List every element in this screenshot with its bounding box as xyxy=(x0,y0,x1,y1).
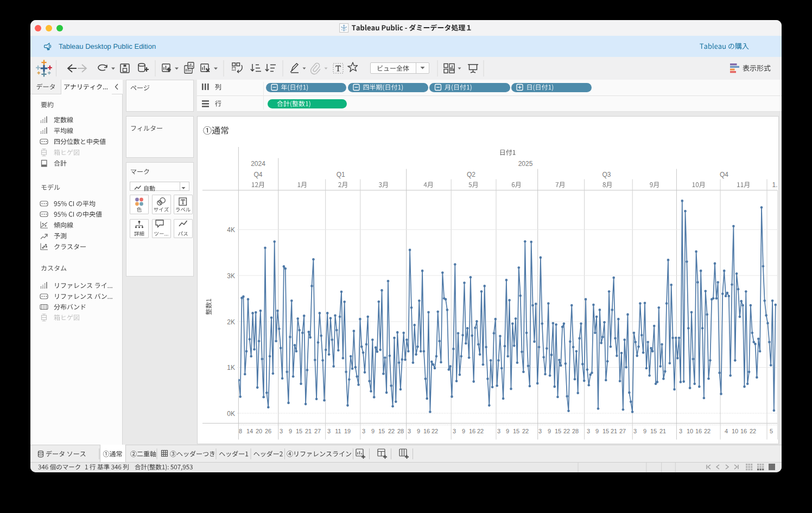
svg-text:2025: 2025 xyxy=(518,160,533,168)
svg-text:0K: 0K xyxy=(227,410,235,418)
svg-text:3K: 3K xyxy=(227,272,235,280)
svg-text:27: 27 xyxy=(314,428,321,434)
svg-text:9: 9 xyxy=(371,428,375,434)
svg-text:10: 10 xyxy=(687,428,693,434)
svg-text:28: 28 xyxy=(397,428,404,434)
svg-text:15: 15 xyxy=(513,428,519,434)
svg-text:Q4: Q4 xyxy=(253,171,262,178)
svg-text:4: 4 xyxy=(725,428,728,434)
svg-text:4K: 4K xyxy=(227,226,235,234)
svg-text:3: 3 xyxy=(408,428,411,434)
svg-text:14: 14 xyxy=(246,428,253,434)
svg-text:3: 3 xyxy=(538,428,542,434)
svg-text:Q4: Q4 xyxy=(720,171,728,178)
svg-text:21: 21 xyxy=(305,428,312,434)
svg-text:3: 3 xyxy=(362,428,365,434)
svg-text:Q2: Q2 xyxy=(467,171,475,178)
svg-text:Tableau Desktop Public Edition: Tableau Desktop Public Edition xyxy=(59,42,156,50)
svg-text:22: 22 xyxy=(522,428,529,434)
svg-text:5: 5 xyxy=(770,428,773,434)
svg-text:15: 15 xyxy=(602,428,609,434)
svg-text:Q1: Q1 xyxy=(337,171,345,178)
svg-text:2K: 2K xyxy=(227,318,235,326)
svg-text:15: 15 xyxy=(296,428,302,434)
svg-text:1.: 1. xyxy=(772,181,778,189)
svg-text:21: 21 xyxy=(659,428,666,434)
svg-text:9: 9 xyxy=(643,428,646,434)
svg-text:11: 11 xyxy=(335,428,341,434)
svg-text:3: 3 xyxy=(633,428,637,434)
svg-text:3: 3 xyxy=(327,428,331,434)
svg-text:3: 3 xyxy=(587,428,590,434)
svg-text:22: 22 xyxy=(750,428,756,434)
svg-text:2024: 2024 xyxy=(251,160,265,168)
svg-text:9: 9 xyxy=(289,428,292,434)
svg-text:15: 15 xyxy=(555,428,561,434)
svg-text:26: 26 xyxy=(265,428,271,434)
svg-text:9: 9 xyxy=(506,428,509,434)
svg-text:9: 9 xyxy=(417,428,420,434)
svg-text:27: 27 xyxy=(619,428,626,434)
svg-text:22: 22 xyxy=(563,428,570,434)
svg-text:3: 3 xyxy=(679,428,682,434)
svg-text:15: 15 xyxy=(378,428,385,434)
svg-text:3: 3 xyxy=(453,428,456,434)
svg-text:8: 8 xyxy=(239,428,242,434)
svg-text:9: 9 xyxy=(462,428,465,434)
svg-text:22: 22 xyxy=(704,428,710,434)
svg-text:3: 3 xyxy=(280,428,283,434)
svg-text:19: 19 xyxy=(344,428,351,434)
svg-text:1K: 1K xyxy=(227,364,235,371)
svg-text:22: 22 xyxy=(388,428,395,434)
svg-text:21: 21 xyxy=(611,428,617,434)
svg-text:20: 20 xyxy=(256,428,262,434)
svg-text:9: 9 xyxy=(548,428,551,434)
svg-text:22: 22 xyxy=(432,428,438,434)
svg-text:10: 10 xyxy=(732,428,738,434)
svg-text:Q3: Q3 xyxy=(602,171,611,178)
svg-text:16: 16 xyxy=(423,428,430,434)
svg-text:3: 3 xyxy=(497,428,500,434)
svg-text:28: 28 xyxy=(572,428,579,434)
svg-text:22: 22 xyxy=(477,428,484,434)
svg-text:15: 15 xyxy=(650,428,657,434)
svg-text:9: 9 xyxy=(595,428,599,434)
svg-text:16: 16 xyxy=(469,428,475,434)
svg-text:16: 16 xyxy=(740,428,747,434)
svg-text:16: 16 xyxy=(695,428,702,434)
